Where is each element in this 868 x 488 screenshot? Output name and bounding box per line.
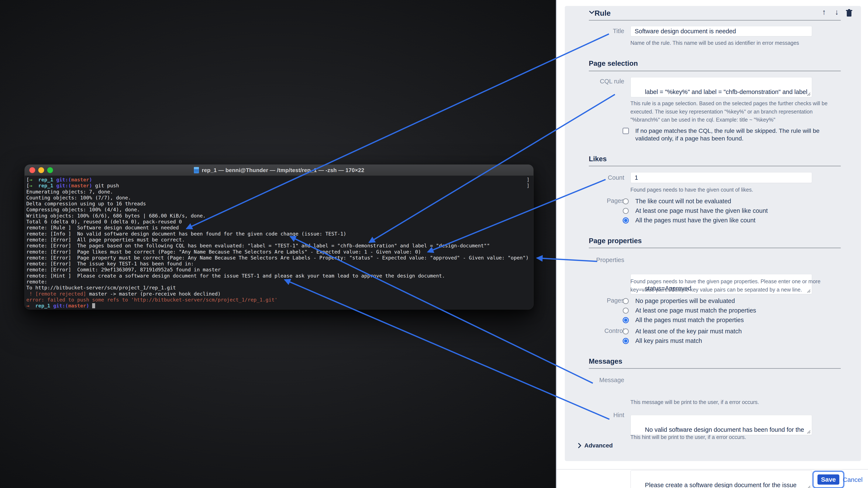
- terminal-line: remote: [Error] Commit: 29ef1363097, 871…: [26, 267, 532, 273]
- likes-heading: Likes: [589, 155, 607, 163]
- close-button[interactable]: [29, 167, 35, 173]
- prompt-right-bracket: ]: [527, 177, 530, 183]
- message-label: Message: [565, 377, 624, 384]
- rule-section-title[interactable]: Rule: [594, 9, 611, 18]
- save-button-focus-ring: Save: [812, 470, 844, 488]
- page-selection-heading: Page selection: [589, 59, 638, 67]
- cql-help-text: This rule is a page selection. Based on …: [630, 99, 840, 124]
- radio-option-label: No page properties will be evaluated: [635, 297, 735, 304]
- terminal-line: remote: [Rule ] Software design document…: [26, 225, 532, 231]
- skip-checkbox[interactable]: [623, 128, 629, 134]
- skip-checkbox-label: If no page matches the CQL, the rule wil…: [635, 127, 828, 142]
- hint-textarea[interactable]: Please create a software design document…: [630, 470, 812, 488]
- terminal-line: Enumerating objects: 7, done.: [26, 189, 532, 195]
- properties-label: Properties: [565, 257, 624, 263]
- terminal-line: remote: [Error] All page properties must…: [26, 237, 532, 243]
- radio-unselected-icon[interactable]: [623, 198, 629, 204]
- terminal-line: remote: [Error] The issue key TEST-1 has…: [26, 261, 532, 267]
- radio-option-row: At least one page must match the propert…: [565, 306, 861, 315]
- radio-selected-icon[interactable]: [623, 338, 629, 344]
- radio-option-row: All key pairs must match: [565, 336, 861, 346]
- traffic-lights: [29, 167, 53, 173]
- terminal-line: Total 6 (delta 0), reused 0 (delta 0), p…: [26, 219, 532, 225]
- messages-heading: Messages: [589, 357, 622, 365]
- trash-icon[interactable]: [845, 9, 853, 18]
- terminal-line: remote: [Error] Page likes must be corre…: [26, 249, 532, 255]
- section-divider: [589, 166, 841, 166]
- skip-checkbox-row: If no page matches the CQL, the rule wil…: [623, 127, 828, 142]
- terminal-output[interactable]: [→ rep_1 git:(master)][→ rep_1 git:(mast…: [26, 176, 532, 308]
- likes-pages-radio-group: The like count will not be evaluatedAt l…: [565, 196, 861, 225]
- title-input[interactable]: Software design document is needed: [630, 26, 812, 36]
- resize-grip-icon[interactable]: [806, 92, 811, 96]
- zoom-button[interactable]: [47, 167, 53, 173]
- move-down-icon[interactable]: ↓: [835, 8, 839, 17]
- settings-panel: Rule ↑ ↓ Title Software design document …: [556, 0, 868, 488]
- radio-option-label: All key pairs must match: [635, 337, 702, 344]
- message-textarea[interactable]: No valid software design document has be…: [630, 415, 812, 435]
- terminal-line: remote: [Info ] No valid software design…: [26, 231, 532, 237]
- radio-option-row: At least one page must have the given li…: [565, 206, 861, 216]
- cql-rule-textarea[interactable]: label = "%key%" and label = "chfb-demons…: [630, 77, 812, 97]
- radio-option-label: The like count will not be evaluated: [635, 198, 731, 205]
- count-label: Count: [565, 174, 624, 181]
- terminal-line: → rep_1 git:(master): [26, 303, 532, 308]
- radio-option-label: At least one of the key pair must match: [635, 328, 742, 335]
- terminal-titlebar[interactable]: rep_1 — benni@Thunder — /tmp/test/rep_1 …: [25, 165, 533, 176]
- title-input-value: Software design document is needed: [634, 28, 736, 35]
- cancel-link[interactable]: Cancel: [843, 476, 863, 483]
- radio-unselected-icon[interactable]: [623, 208, 629, 214]
- chevron-down-icon[interactable]: [589, 11, 594, 14]
- count-help-text: Found pages needs to have the given coun…: [630, 186, 834, 194]
- terminal-line: remote: [Hint ] Please create a software…: [26, 273, 532, 279]
- cql-rule-label: CQL rule: [565, 78, 624, 85]
- document-icon: [194, 167, 199, 173]
- terminal-line: error: failed to push some refs to 'http…: [26, 297, 532, 303]
- radio-unselected-icon[interactable]: [623, 307, 629, 314]
- properties-help-text: Found pages needs to have the given page…: [630, 277, 822, 294]
- radio-option-row: The like count will not be evaluated: [565, 196, 861, 206]
- terminal-window: rep_1 — benni@Thunder — /tmp/test/rep_1 …: [25, 165, 533, 310]
- terminal-line: ! [remote rejected] master -> master (pr…: [26, 291, 532, 297]
- hint-help-text: This hint will be print to the user, if …: [630, 433, 834, 441]
- resize-grip-icon[interactable]: [806, 485, 811, 488]
- radio-option-label: All the pages must match the properties: [635, 317, 744, 324]
- advanced-expander[interactable]: Advanced: [578, 442, 613, 449]
- cql-rule-value: label = "%key%" and label = "chfb-demons…: [634, 89, 809, 97]
- radio-option-row: At least one of the key pair must match: [565, 327, 861, 336]
- terminal-line: Writing objects: 100% (6/6), 686 bytes |…: [26, 213, 532, 219]
- radio-option-label: At least one page must match the propert…: [635, 307, 756, 314]
- count-input[interactable]: 1: [630, 172, 812, 183]
- count-input-value: 1: [634, 174, 638, 181]
- section-divider: [589, 248, 841, 248]
- radio-option-row: No page properties will be evaluated: [565, 296, 861, 306]
- radio-unselected-icon[interactable]: [623, 298, 629, 304]
- save-button[interactable]: Save: [817, 475, 839, 485]
- minimize-button[interactable]: [38, 167, 44, 173]
- radio-selected-icon[interactable]: [623, 317, 629, 323]
- properties-pages-radio-group: No page properties will be evaluatedAt l…: [565, 296, 861, 325]
- footer-divider: [557, 469, 868, 469]
- section-divider: [589, 71, 841, 71]
- terminal-line: Delta compression using up to 16 threads: [26, 201, 532, 207]
- radio-option-row: All the pages must have the given like c…: [565, 216, 861, 225]
- chevron-right-icon: [578, 443, 581, 448]
- terminal-cursor: [92, 303, 95, 308]
- terminal-line: To http://bitbucket-server/scm/project_1…: [26, 285, 532, 291]
- terminal-line: remote: [Error] The pages based on the f…: [26, 243, 532, 249]
- terminal-line: Compressing objects: 100% (4/4), done.: [26, 207, 532, 213]
- radio-option-label: At least one page must have the given li…: [635, 207, 768, 214]
- hint-label: Hint: [565, 412, 624, 419]
- radio-option-row: All the pages must match the properties: [565, 315, 861, 325]
- radio-unselected-icon[interactable]: [623, 328, 629, 335]
- message-help-text: This message will be print to the user, …: [630, 398, 834, 406]
- move-up-icon[interactable]: ↑: [822, 8, 826, 17]
- control-radio-group: At least one of the key pair must matchA…: [565, 327, 861, 346]
- radio-option-label: All the pages must have the given like c…: [635, 217, 755, 224]
- advanced-label: Advanced: [584, 442, 613, 449]
- section-divider: [589, 20, 841, 21]
- terminal-line: [→ rep_1 git:(master) git push]: [26, 183, 532, 189]
- radio-selected-icon[interactable]: [623, 217, 629, 224]
- title-field-label: Title: [565, 28, 624, 35]
- prompt-right-bracket: ]: [527, 183, 530, 189]
